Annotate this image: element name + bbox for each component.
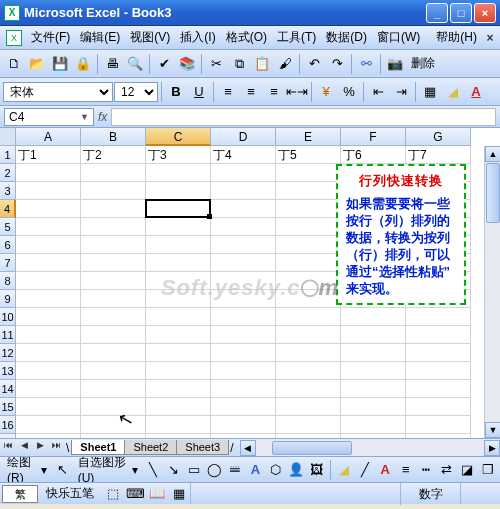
row-header[interactable]: 12 (0, 344, 16, 362)
cell[interactable] (81, 290, 146, 308)
percent-icon[interactable]: % (338, 81, 360, 103)
vertical-scrollbar[interactable]: ▲ ▼ (484, 146, 500, 438)
menu-insert[interactable]: 插入(I) (175, 27, 220, 48)
cell[interactable] (211, 290, 276, 308)
formula-input[interactable] (111, 108, 496, 126)
autoshapes-menu[interactable]: 自选图形(U) ▾ (74, 459, 142, 481)
workbook-close-button[interactable]: × (482, 31, 498, 45)
cell[interactable] (146, 200, 211, 218)
cell[interactable] (211, 398, 276, 416)
cell[interactable] (211, 434, 276, 438)
cell[interactable] (406, 398, 471, 416)
cell[interactable] (211, 326, 276, 344)
cell[interactable] (81, 272, 146, 290)
row-header[interactable]: 7 (0, 254, 16, 272)
cell[interactable] (276, 236, 341, 254)
hscroll-thumb[interactable] (272, 441, 352, 455)
menu-window[interactable]: 窗口(W) (372, 27, 425, 48)
cell[interactable] (81, 380, 146, 398)
currency-icon[interactable]: ¥ (315, 81, 337, 103)
underline-icon[interactable]: U (188, 81, 210, 103)
cell[interactable] (146, 182, 211, 200)
cell[interactable] (211, 182, 276, 200)
menu-format[interactable]: 格式(O) (221, 27, 272, 48)
copy-icon[interactable]: ⧉ (228, 53, 250, 75)
cell[interactable] (81, 434, 146, 438)
cell[interactable] (276, 272, 341, 290)
increase-indent-icon[interactable]: ⇥ (390, 81, 412, 103)
cell[interactable] (81, 398, 146, 416)
column-header[interactable]: A (16, 128, 81, 146)
cell[interactable] (146, 398, 211, 416)
cell[interactable]: 丁1 (16, 146, 81, 164)
cell[interactable] (276, 290, 341, 308)
cell[interactable]: 丁2 (81, 146, 146, 164)
row-header[interactable]: 11 (0, 326, 16, 344)
cell[interactable] (276, 182, 341, 200)
font-color-draw-icon[interactable]: A (376, 459, 395, 481)
row-header[interactable]: 2 (0, 164, 16, 182)
tab-nav-next[interactable]: ▶ (32, 440, 48, 456)
cell[interactable] (276, 344, 341, 362)
row-header[interactable]: 4 (0, 200, 16, 218)
cell[interactable] (81, 308, 146, 326)
draw-menu[interactable]: 绘图(R) ▾ (3, 459, 51, 481)
align-right-icon[interactable]: ≡ (263, 81, 285, 103)
scroll-down-button[interactable]: ▼ (485, 422, 500, 438)
column-header[interactable]: C (146, 128, 211, 146)
oval-icon[interactable]: ◯ (205, 459, 224, 481)
instruction-textbox[interactable]: 行列快速转换 如果需要要将一些按行（列）排列的数据，转换为按列（行）排列，可以通… (336, 164, 466, 305)
row-header[interactable]: 6 (0, 236, 16, 254)
scroll-up-button[interactable]: ▲ (485, 146, 500, 162)
cell[interactable] (211, 272, 276, 290)
row-header[interactable]: 1 (0, 146, 16, 164)
cell[interactable] (276, 218, 341, 236)
ime-indicator[interactable]: 繁 (2, 485, 38, 503)
cell[interactable] (146, 254, 211, 272)
menu-edit[interactable]: 编辑(E) (75, 27, 125, 48)
cell[interactable] (341, 326, 406, 344)
cell[interactable] (16, 362, 81, 380)
sheet-tab-1[interactable]: Sheet1 (71, 440, 125, 455)
chevron-down-icon[interactable]: ▼ (80, 112, 89, 122)
cell[interactable] (146, 236, 211, 254)
cell[interactable] (16, 434, 81, 438)
cell[interactable] (146, 326, 211, 344)
cell[interactable] (211, 308, 276, 326)
bold-icon[interactable]: B (165, 81, 187, 103)
cell[interactable] (211, 344, 276, 362)
borders-icon[interactable]: ▦ (419, 81, 441, 103)
diagram-icon[interactable]: ⬡ (267, 459, 286, 481)
cell[interactable] (276, 380, 341, 398)
format-painter-icon[interactable]: 🖌 (274, 53, 296, 75)
cell[interactable] (276, 434, 341, 438)
line-color-icon[interactable]: ╱ (355, 459, 374, 481)
sheet-tab-3[interactable]: Sheet3 (176, 440, 229, 455)
cell[interactable] (81, 200, 146, 218)
decrease-indent-icon[interactable]: ⇤ (367, 81, 389, 103)
cell[interactable] (406, 380, 471, 398)
cell[interactable] (406, 416, 471, 434)
cell[interactable] (146, 344, 211, 362)
arrow-icon[interactable]: ↘ (164, 459, 183, 481)
cell[interactable] (16, 308, 81, 326)
cell[interactable] (16, 272, 81, 290)
cell[interactable]: 丁4 (211, 146, 276, 164)
cell[interactable] (341, 416, 406, 434)
column-header[interactable]: D (211, 128, 276, 146)
cell[interactable] (16, 218, 81, 236)
cell[interactable] (146, 416, 211, 434)
select-objects-icon[interactable]: ↖ (53, 459, 72, 481)
cell[interactable] (211, 164, 276, 182)
maximize-button[interactable]: □ (450, 3, 472, 23)
cell[interactable] (341, 344, 406, 362)
cell[interactable] (211, 362, 276, 380)
cut-icon[interactable]: ✂ (205, 53, 227, 75)
merge-center-icon[interactable]: ⇤⇥ (286, 81, 308, 103)
cell[interactable] (16, 236, 81, 254)
arrow-style-icon[interactable]: ⇄ (437, 459, 456, 481)
picture-icon[interactable]: 🖼 (308, 459, 327, 481)
cell[interactable] (341, 380, 406, 398)
ime-btn2[interactable]: ⌨ (124, 483, 146, 505)
wordart-icon[interactable]: A (246, 459, 265, 481)
